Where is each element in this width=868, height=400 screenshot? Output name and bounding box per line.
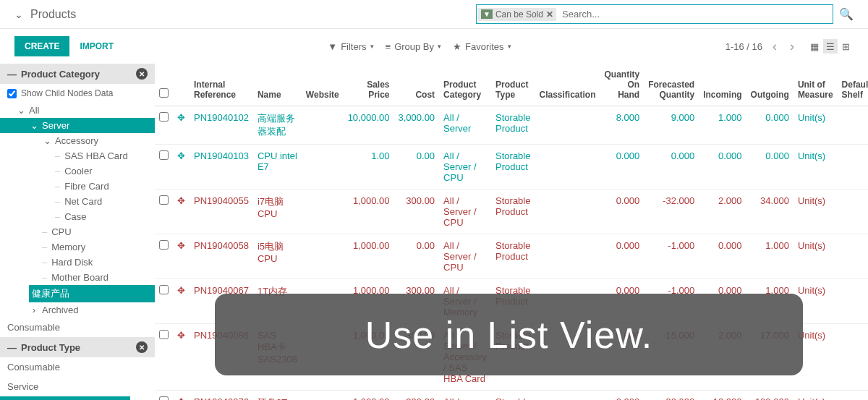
cell-uom: Unit(s)	[793, 145, 838, 190]
row-checkbox[interactable]	[159, 285, 169, 294]
cell-uom: Unit(s)	[793, 391, 838, 401]
col-name[interactable]: Name	[253, 64, 302, 106]
tree-server[interactable]: ⌄Server	[0, 118, 155, 133]
cell-category[interactable]: All / Server / CPU	[439, 234, 491, 279]
import-button[interactable]: IMPORT	[80, 41, 114, 51]
page-next-icon[interactable]: ›	[787, 39, 797, 54]
table-row[interactable]: ✥ PN19040055 i7电脑CPU 1,000.00 300.00 All…	[155, 190, 868, 234]
table-row[interactable]: ✥ PN19040103 CPU intel E7 1.00 0.00 All …	[155, 145, 868, 190]
cell-category[interactable]: All / Server / Hard Disk	[439, 391, 491, 401]
drag-icon[interactable]: ✥	[173, 190, 190, 234]
cell-ref[interactable]: PN19040103	[190, 145, 253, 190]
close-icon[interactable]: ✕	[136, 341, 148, 353]
drag-icon[interactable]: ✥	[173, 145, 190, 190]
cell-name[interactable]: i5电脑CPU	[253, 234, 302, 279]
search-chip[interactable]: ▼ Can be Sold ✕	[478, 8, 556, 21]
cell-qty: 0.000	[600, 391, 644, 401]
tree-health[interactable]: 健康产品	[29, 285, 155, 302]
col-type[interactable]: Product Type	[491, 64, 535, 106]
tree-fibre[interactable]: –Fibre Card	[0, 179, 155, 194]
col-category[interactable]: Product Category	[439, 64, 491, 106]
drag-icon[interactable]: ✥	[173, 279, 190, 324]
cell-cost: 300.00	[393, 190, 439, 234]
col-forecast[interactable]: Forecasted Quantity	[644, 64, 699, 106]
cell-ref[interactable]: PN19040076	[190, 391, 253, 401]
facet-category-header[interactable]: —Product Category ✕	[0, 64, 155, 84]
cell-ref[interactable]: PN19040102	[190, 106, 253, 145]
row-checkbox[interactable]	[159, 396, 169, 400]
cell-name[interactable]: 硬盘2T SATA企业级 3.5 32M	[253, 391, 302, 401]
row-checkbox[interactable]	[159, 240, 169, 250]
row-checkbox[interactable]	[159, 330, 169, 339]
cell-category[interactable]: All / Server	[439, 106, 491, 145]
cell-category[interactable]: All / Server / CPU	[439, 145, 491, 190]
row-checkbox[interactable]	[159, 150, 169, 160]
facet-type-header[interactable]: —Product Type ✕	[0, 337, 155, 357]
type-service[interactable]: Service	[0, 377, 155, 396]
tree-sas-hba[interactable]: –SAS HBA Card	[0, 148, 155, 163]
col-ref[interactable]: Internal Reference	[190, 64, 253, 106]
drag-icon[interactable]: ✥	[173, 106, 190, 145]
tree-cpu[interactable]: –CPU	[0, 224, 155, 239]
groupby-dropdown[interactable]: ≡ Group By ▾	[386, 41, 442, 52]
cell-category[interactable]: All / Server / CPU	[439, 190, 491, 234]
grid-view-icon[interactable]: ⊞	[839, 39, 854, 54]
tree-hard-disk[interactable]: –Hard Disk	[0, 255, 155, 270]
kanban-view-icon[interactable]: ▦	[807, 39, 822, 54]
type-storable[interactable]: Storable Product	[0, 396, 130, 400]
chip-close-icon[interactable]: ✕	[546, 9, 553, 20]
drag-icon[interactable]: ✥	[173, 391, 190, 401]
filters-dropdown[interactable]: ▼ Filters ▾	[328, 41, 373, 52]
row-checkbox[interactable]	[159, 112, 169, 122]
col-shelf[interactable]: Default Shelf	[838, 64, 868, 106]
pagination: 1-16 / 16 ‹ ›	[726, 39, 797, 54]
drag-icon[interactable]: ✥	[173, 324, 190, 391]
col-qty[interactable]: Quantity On Hand	[600, 64, 644, 106]
cell-name[interactable]: i7电脑CPU	[253, 190, 302, 234]
tree-net[interactable]: –Net Card	[0, 194, 155, 209]
col-classification[interactable]: Classification	[535, 64, 600, 106]
col-cost[interactable]: Cost	[393, 64, 439, 106]
table-row[interactable]: ✥ PN19040102 高端服务器装配 10,000.00 3,000.00 …	[155, 106, 868, 145]
table-row[interactable]: ✥ PN19040076 硬盘2T SATA企业级 3.5 32M 1,000.…	[155, 391, 868, 401]
tree-accessory[interactable]: ⌄Accessory	[0, 133, 155, 148]
cell-ref[interactable]: PN19040058	[190, 234, 253, 279]
col-sales-price[interactable]: Sales Price	[344, 64, 394, 106]
cell-forecast: -32.000	[644, 190, 699, 234]
close-icon[interactable]: ✕	[136, 68, 148, 80]
col-outgoing[interactable]: Outgoing	[746, 64, 793, 106]
tree-memory[interactable]: –Memory	[0, 239, 155, 255]
cell-sales-price: 1.00	[344, 145, 394, 190]
search-input[interactable]	[556, 7, 831, 22]
col-incoming[interactable]: Incoming	[699, 64, 746, 106]
tree-all[interactable]: ⌄All	[0, 103, 155, 118]
tree-case[interactable]: –Case	[0, 209, 155, 224]
cell-name[interactable]: 高端服务器装配	[253, 106, 302, 145]
cell-ref[interactable]: PN19040055	[190, 190, 253, 234]
cell-qty: 0.000	[600, 145, 644, 190]
sidebar-consumable[interactable]: Consumable	[0, 318, 155, 337]
table-row[interactable]: ✥ PN19040058 i5电脑CPU 1,000.00 0.00 All /…	[155, 234, 868, 279]
drag-icon[interactable]: ✥	[173, 234, 190, 279]
cell-classification	[535, 234, 600, 279]
list-view-icon[interactable]: ☰	[823, 39, 838, 54]
tree-mother-board[interactable]: –Mother Board	[0, 270, 155, 285]
favorites-dropdown[interactable]: ★ Favorites ▾	[453, 41, 511, 52]
select-all-checkbox[interactable]	[159, 88, 169, 98]
col-website[interactable]: Website	[302, 64, 344, 106]
page-prev-icon[interactable]: ‹	[770, 39, 780, 54]
show-child-checkbox[interactable]: Show Child Nodes Data	[0, 84, 155, 103]
cell-website	[302, 234, 344, 279]
type-consumable[interactable]: Consumable	[0, 357, 155, 377]
cell-name[interactable]: CPU intel E7	[253, 145, 302, 190]
overlay-text: Use in List View.	[365, 313, 653, 357]
search-icon[interactable]: 🔍	[839, 7, 854, 21]
row-checkbox[interactable]	[159, 195, 169, 205]
tree-archived[interactable]: ›Archived	[0, 302, 155, 318]
cell-website	[302, 106, 344, 145]
col-uom[interactable]: Unit of Measure	[793, 64, 838, 106]
collapse-icon[interactable]: ⌄	[14, 9, 23, 20]
show-child-input[interactable]	[7, 89, 17, 98]
tree-cooler[interactable]: –Cooler	[0, 163, 155, 179]
create-button[interactable]: CREATE	[14, 36, 69, 56]
